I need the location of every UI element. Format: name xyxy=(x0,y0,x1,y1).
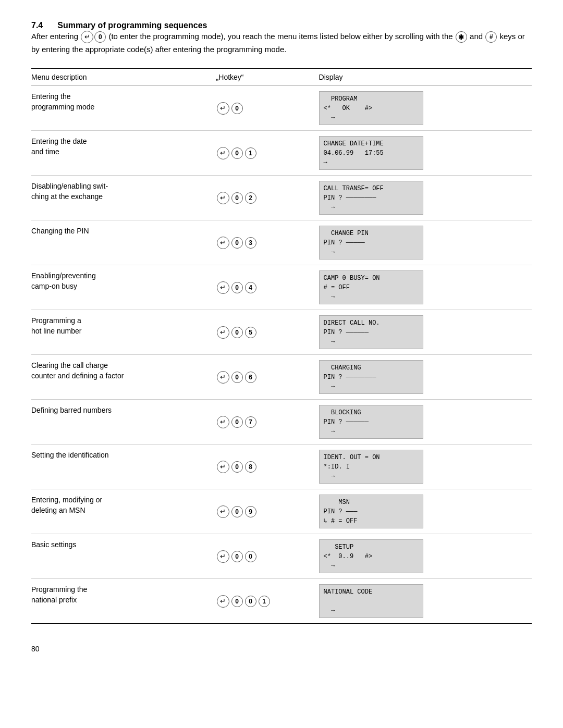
key-num-icon: 8 xyxy=(245,461,256,473)
key-num-icon: 0 xyxy=(231,103,243,114)
section-title: 7.4Summary of programming sequences xyxy=(31,21,532,30)
table-row: Defining barred numbers↵07 BLOCKING PIN … xyxy=(31,400,532,445)
key-num-icon: 6 xyxy=(245,372,256,383)
display-cell: CHANGE DATE+TIME 04.06.99 17:55 → xyxy=(314,131,532,176)
table-row: Programming ahot line number↵05DIRECT CA… xyxy=(31,310,532,355)
menu-description: Enabling/preventingcamp-on busy xyxy=(31,265,211,310)
display-box: CHARGING PIN ? ———————— → xyxy=(319,360,423,394)
hotkey-cell: ↵06 xyxy=(211,355,314,400)
table-row: Disabling/enabling swit-ching at the exc… xyxy=(31,176,532,220)
display-cell: CALL TRANSF= OFF PIN ? ———————— → xyxy=(314,176,532,220)
menu-description: Changing the PIN xyxy=(31,220,211,265)
table-row: Entering the dateand time↵01CHANGE DATE+… xyxy=(31,131,532,176)
hotkey-cell: ↵0 xyxy=(211,86,314,131)
table-row: Clearing the call chargecounter and defi… xyxy=(31,355,532,400)
key-arrow-icon: ↵ xyxy=(217,505,229,518)
display-cell: CHARGING PIN ? ———————— → xyxy=(314,355,532,400)
hotkey-cell: ↵001 xyxy=(211,579,314,624)
key-arrow-icon: ↵ xyxy=(217,192,229,204)
key-num-icon: 0 xyxy=(231,147,243,159)
display-box: CAMP 0 BUSY= ON # = OFF → xyxy=(319,270,423,304)
key-num-icon: 5 xyxy=(245,327,256,338)
hotkey-cell: ↵00 xyxy=(211,534,314,579)
display-cell: CHANGE PIN PIN ? ————— → xyxy=(314,220,532,265)
table-row: Programming thenational prefix↵001NATION… xyxy=(31,579,532,624)
key-num-icon: 0 xyxy=(231,237,243,249)
key-num-icon: 3 xyxy=(245,237,256,249)
display-box: CHANGE PIN PIN ? ————— → xyxy=(319,226,423,260)
menu-description: Defining barred numbers xyxy=(31,400,211,445)
display-cell: IDENT. OUT = ON *:ID. I → xyxy=(314,445,532,489)
key-num-icon: 0 xyxy=(231,596,243,607)
display-box: CHANGE DATE+TIME 04.06.99 17:55 → xyxy=(319,136,423,170)
table-row: Entering theprogramming mode↵0 PROGRAM <… xyxy=(31,86,532,131)
programming-table: Menu description „Hotkey“ Display Enteri… xyxy=(31,68,532,624)
hotkey-cell: ↵05 xyxy=(211,310,314,355)
table-row: Enabling/preventingcamp-on busy↵04CAMP 0… xyxy=(31,265,532,310)
table-row: Entering, modifying ordeleting an MSN↵09… xyxy=(31,489,532,534)
key-0-intro: 0 xyxy=(94,31,106,43)
hotkey-cell: ↵03 xyxy=(211,220,314,265)
key-arrow-icon: ↵ xyxy=(217,595,229,608)
key-num-icon: 4 xyxy=(245,282,256,293)
key-num-icon: 0 xyxy=(231,372,243,383)
intro-paragraph: After entering ↵0 (to enter the programm… xyxy=(31,30,532,56)
table-row: Basic settings↵00 SETUP <* 0..9 #> → xyxy=(31,534,532,579)
menu-description: Programming thenational prefix xyxy=(31,579,211,624)
key-num-icon: 1 xyxy=(259,596,270,607)
section-number: 7.4 xyxy=(31,21,43,30)
menu-description: Clearing the call chargecounter and defi… xyxy=(31,355,211,400)
menu-description: Disabling/enabling swit-ching at the exc… xyxy=(31,176,211,220)
key-arrow-icon: ↵ xyxy=(217,237,229,249)
display-box: DIRECT CALL NO. PIN ? —————— → xyxy=(319,315,423,349)
display-box: SETUP <* 0..9 #> → xyxy=(319,539,423,573)
col-header-hotkey: „Hotkey“ xyxy=(211,69,314,86)
key-arrow-icon: ↵ xyxy=(217,416,229,428)
menu-description: Entering the dateand time xyxy=(31,131,211,176)
hotkey-cell: ↵01 xyxy=(211,131,314,176)
display-cell: BLOCKING PIN ? —————— → xyxy=(314,400,532,445)
hotkey-cell: ↵07 xyxy=(211,400,314,445)
key-num-icon: 0 xyxy=(231,282,243,293)
key-arrow-icon: ↵ xyxy=(217,550,229,563)
display-box: CALL TRANSF= OFF PIN ? ———————— → xyxy=(319,181,423,215)
key-num-icon: 0 xyxy=(231,327,243,338)
key-star-intro: ✱ xyxy=(456,31,467,43)
display-box: PROGRAM <* OK #> → xyxy=(319,91,423,125)
display-cell: NATIONAL CODE → xyxy=(314,579,532,624)
key-arrow-icon: ↵ xyxy=(217,281,229,294)
key-num-icon: 0 xyxy=(231,506,243,517)
hotkey-cell: ↵02 xyxy=(211,176,314,220)
key-arrow-icon: ↵ xyxy=(217,461,229,473)
display-cell: SETUP <* 0..9 #> → xyxy=(314,534,532,579)
key-arrow-icon: ↵ xyxy=(217,102,229,115)
display-box: NATIONAL CODE → xyxy=(319,584,423,618)
display-cell: CAMP 0 BUSY= ON # = OFF → xyxy=(314,265,532,310)
display-cell: PROGRAM <* OK #> → xyxy=(314,86,532,131)
menu-description: Entering, modifying ordeleting an MSN xyxy=(31,489,211,534)
page-number: 80 xyxy=(31,645,532,653)
menu-description: Programming ahot line number xyxy=(31,310,211,355)
table-row: Changing the PIN↵03 CHANGE PIN PIN ? ———… xyxy=(31,220,532,265)
key-arrow-icon: ↵ xyxy=(217,147,229,159)
key-num-icon: 9 xyxy=(245,506,256,517)
display-box: IDENT. OUT = ON *:ID. I → xyxy=(319,450,423,484)
hotkey-cell: ↵04 xyxy=(211,265,314,310)
section-title-text: Summary of programming sequences xyxy=(57,21,207,30)
hotkey-cell: ↵08 xyxy=(211,445,314,489)
display-box: MSN PIN ? ——— ↳ # = OFF xyxy=(319,495,423,528)
key-hash-intro: # xyxy=(485,31,497,43)
display-box: BLOCKING PIN ? —————— → xyxy=(319,405,423,439)
display-cell: DIRECT CALL NO. PIN ? —————— → xyxy=(314,310,532,355)
table-row: Setting the identification↵08IDENT. OUT … xyxy=(31,445,532,489)
menu-description: Setting the identification xyxy=(31,445,211,489)
key-num-icon: 2 xyxy=(245,192,256,204)
menu-description: Entering theprogramming mode xyxy=(31,86,211,131)
key-num-icon: 0 xyxy=(245,596,256,607)
display-cell: MSN PIN ? ——— ↳ # = OFF xyxy=(314,489,532,534)
key-arrow-icon: ↵ xyxy=(217,371,229,384)
key-num-icon: 0 xyxy=(245,551,256,562)
col-header-display: Display xyxy=(314,69,532,86)
col-header-menu: Menu description xyxy=(31,69,211,86)
key-num-icon: 0 xyxy=(231,416,243,428)
